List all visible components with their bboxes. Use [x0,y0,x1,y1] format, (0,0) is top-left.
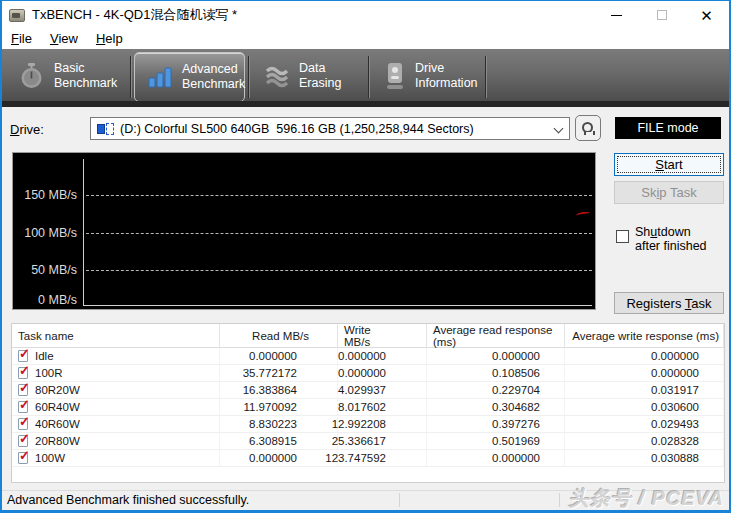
status-message: Advanced Benchmark finished successfully… [7,493,249,507]
drive-label: Drive: [10,122,44,137]
col-header-avg-read[interactable]: Average read response (ms) [427,324,565,348]
y-axis-line [83,159,84,306]
drive-select[interactable]: (D:) Colorful SL500 640GB 596.16 GB (1,2… [90,117,570,140]
menu-bar: File View Help [2,29,729,49]
start-button[interactable]: Start [614,153,724,176]
stopwatch-icon [18,62,45,90]
col-header-write[interactable]: Write MB/s [338,324,427,348]
table-header-row: Task name Read MB/s Write MB/s Average r… [12,324,724,348]
tab-data-erasing[interactable]: Data Erasing [252,53,365,99]
tab-label: AdvancedBenchmark [182,62,245,92]
minimize-button[interactable] [594,1,639,29]
eraser-icon [264,63,290,89]
tab-separator [248,56,249,98]
y-axis-label-0: 0 MB/s [13,293,77,307]
tab-separator [130,56,131,98]
status-separator [559,493,560,507]
chart-trace-remnant [576,211,590,217]
tab-separator [368,56,369,98]
task-check-icon: ✓ [18,384,30,397]
refresh-icon [582,122,595,135]
tab-advanced-benchmark[interactable]: AdvancedBenchmark [134,52,245,102]
maximize-icon [657,10,667,20]
bar-chart-icon [147,64,173,90]
table-row-idle[interactable]: ✓Idle 0.000000 0.000000 0.000000 0.00000… [12,348,724,365]
close-button[interactable]: ✕ [684,1,729,29]
close-icon: ✕ [700,8,713,23]
menu-view[interactable]: View [41,29,87,49]
tab-basic-benchmark[interactable]: BasicBenchmark [6,53,128,99]
y-axis-label-150: 150 MB/s [13,188,77,202]
x-axis-line [83,305,592,306]
maximize-button[interactable] [639,1,684,29]
chevron-down-icon [555,125,563,133]
partition-icon [97,123,114,135]
table-row-80r20w[interactable]: ✓80R20W 16.383864 4.029937 0.229704 0.03… [12,382,724,399]
tab-separator [485,56,486,98]
task-check-icon: ✓ [18,401,30,414]
status-separator [399,493,400,507]
tab-label: Data Erasing [299,61,365,91]
table-row-100r[interactable]: ✓100R 35.772172 0.000000 0.108506 0.0000… [12,365,724,382]
y-axis-label-50: 50 MB/s [13,263,77,277]
file-mode-button[interactable]: FILE mode [615,117,721,139]
gridline-150 [86,195,592,196]
drive-icon [384,62,406,90]
results-table: Task name Read MB/s Write MB/s Average r… [11,323,725,483]
table-row-60r40w[interactable]: ✓60R40W 11.970092 8.017602 0.304682 0.03… [12,399,724,416]
col-header-read[interactable]: Read MB/s [220,324,338,348]
minimize-icon [611,15,622,16]
menu-help[interactable]: Help [87,29,132,49]
col-header-task-name[interactable]: Task name [12,324,220,348]
tab-drive-information[interactable]: DriveInformation [372,53,484,99]
shutdown-checkbox-label[interactable]: Shutdown after finished [635,225,707,253]
registers-task-button[interactable]: Registers Task [614,292,724,314]
task-check-icon: ✓ [18,452,30,465]
gridline-50 [86,270,592,271]
watermark: 头条号 / PCEVA [569,485,724,512]
txbench-window: TxBENCH - 4K-QD1混合随机读写 * ✕ File View Hel… [0,0,731,513]
table-row-40r60w[interactable]: ✓40R60W 8.830223 12.992208 0.397276 0.02… [12,416,724,433]
toolbar-tabs: BasicBenchmark AdvancedBenchmark [2,49,729,107]
refresh-drives-button[interactable] [575,115,601,141]
drive-select-value: (D:) Colorful SL500 640GB 596.16 GB (1,2… [120,122,551,136]
task-check-icon: ✓ [18,367,30,380]
title-bar: TxBENCH - 4K-QD1混合随机读写 * ✕ [2,1,729,29]
tab-label: DriveInformation [415,61,478,91]
shutdown-checkbox[interactable] [616,230,629,243]
task-check-icon: ✓ [18,418,30,431]
table-row-100w[interactable]: ✓100W 0.000000 123.747592 0.000000 0.030… [12,450,724,467]
table-row-20r80w[interactable]: ✓20R80W 6.308915 25.336617 0.501969 0.02… [12,433,724,450]
benchmark-chart: 150 MB/s 100 MB/s 50 MB/s 0 MB/s [12,152,596,310]
task-check-icon: ✓ [18,350,30,363]
skip-task-button[interactable]: Skip Task [614,181,724,204]
col-header-avg-write[interactable]: Average write response (ms) [565,324,724,348]
menu-file[interactable]: File [2,29,41,49]
gridline-100 [86,233,592,234]
y-axis-label-100: 100 MB/s [13,226,77,240]
tab-label: BasicBenchmark [54,61,117,91]
app-icon [9,9,25,22]
task-check-icon: ✓ [18,435,30,448]
tabbar-bottom-strip [2,101,729,107]
window-title: TxBENCH - 4K-QD1混合随机读写 * [32,1,237,29]
